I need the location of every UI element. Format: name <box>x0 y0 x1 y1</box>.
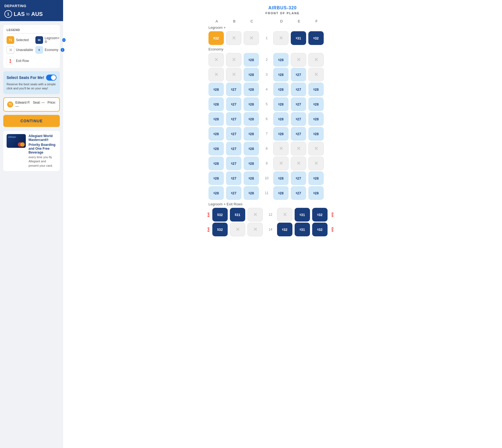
seat-11D[interactable]: $28 <box>273 186 289 200</box>
seat-3F: ✕ <box>308 68 324 81</box>
seat-2D[interactable]: $28 <box>273 53 289 67</box>
seat-5E[interactable]: $27 <box>291 97 306 111</box>
seat-row-4: $28 $27 $28 4 $28 $27 $28 <box>206 83 359 96</box>
select-seats-title: Select Seats For Me! <box>7 75 44 80</box>
seat-8C[interactable]: $28 <box>244 142 259 155</box>
seat-8A[interactable]: $28 <box>208 142 224 155</box>
seat-4B[interactable]: $27 <box>226 83 241 96</box>
seat-9B[interactable]: $27 <box>226 157 241 170</box>
seat-2C[interactable]: $28 <box>244 53 259 67</box>
seat-row-2: ✕ ✕ $28 2 $28 ✕ ✕ <box>206 53 359 67</box>
row-num-2: 2 <box>261 58 272 62</box>
col-b: B <box>226 19 242 23</box>
select-seats-desc: Reserve the best seats with a simple cli… <box>7 82 57 91</box>
select-seats-top: Select Seats For Me! <box>7 75 57 81</box>
seat-3C[interactable]: $28 <box>244 68 259 81</box>
col-headers: A B C D E F <box>206 19 359 23</box>
seat-12B[interactable]: $31 <box>230 208 245 222</box>
seat-1E[interactable]: $31 <box>291 31 306 45</box>
route: 1 LAS to AUS <box>4 10 59 18</box>
select-seats-toggle[interactable] <box>46 75 57 81</box>
seat-8B[interactable]: $27 <box>226 142 241 155</box>
seat-9C[interactable]: $28 <box>244 157 259 170</box>
seat-row-6: $28 $27 $28 6 $28 $27 $28 <box>206 112 359 126</box>
seat-12F[interactable]: $32 <box>312 208 328 222</box>
legend-selected: T1 Selected <box>7 36 33 44</box>
row-num-4: 4 <box>261 87 272 91</box>
selected-badge: T1 <box>7 36 14 44</box>
seat-7B[interactable]: $27 <box>226 127 241 141</box>
seat-12E[interactable]: $31 <box>295 208 310 222</box>
seat-7F[interactable]: $28 <box>308 127 324 141</box>
seat-1F[interactable]: $32 <box>308 31 324 45</box>
seat-row-5: $28 $27 $28 5 $28 $27 $28 <box>206 97 359 111</box>
seat-1A[interactable]: $32 <box>208 31 224 45</box>
seat-5A[interactable]: $28 <box>208 97 224 111</box>
seat-5B[interactable]: $27 <box>226 97 241 111</box>
seat-10C[interactable]: $28 <box>244 171 259 185</box>
seat-4A[interactable]: $28 <box>208 83 224 96</box>
seat-10D[interactable]: $28 <box>273 171 289 185</box>
col-c: C <box>244 19 260 23</box>
seat-7A[interactable]: $28 <box>208 127 224 141</box>
seat-14A[interactable]: $32 <box>212 223 228 236</box>
economy-badge: $ <box>35 46 43 54</box>
seat-5F[interactable]: $28 <box>308 97 324 111</box>
seat-10B[interactable]: $27 <box>226 171 241 185</box>
seat-11E[interactable]: $27 <box>291 186 306 200</box>
seat-10F[interactable]: $28 <box>308 171 324 185</box>
seat-4E[interactable]: $27 <box>291 83 306 96</box>
legend-title: LEGEND <box>7 28 57 33</box>
seat-11C[interactable]: $28 <box>244 186 259 200</box>
seat-11B[interactable]: $27 <box>226 186 241 200</box>
seat-3D[interactable]: $28 <box>273 68 289 81</box>
seat-6C[interactable]: $28 <box>244 112 259 126</box>
plane-title: AIRBUS-320 <box>71 5 494 10</box>
seat-14E[interactable]: $31 <box>295 223 310 236</box>
seat-9A[interactable]: $28 <box>208 157 224 170</box>
seat-6F[interactable]: $28 <box>308 112 324 126</box>
seat-6A[interactable]: $28 <box>208 112 224 126</box>
seat-14F[interactable]: $32 <box>312 223 328 236</box>
row-num-3: 3 <box>261 73 272 76</box>
seat-5C[interactable]: $28 <box>244 97 259 111</box>
seat-9E: ✕ <box>291 157 306 170</box>
seat-4C[interactable]: $28 <box>244 83 259 96</box>
seat-7C[interactable]: $28 <box>244 127 259 141</box>
card-image: allways <box>7 134 26 148</box>
passenger-name: Edward P. <box>15 101 30 104</box>
seat-10A[interactable]: $28 <box>208 171 224 185</box>
seat-11A[interactable]: $28 <box>208 186 224 200</box>
right-panel: AIRBUS-320 FRONT OF PLANE A B C D E F Le… <box>63 0 502 448</box>
destination: AUS <box>31 11 43 17</box>
seat-7E[interactable]: $27 <box>291 127 306 141</box>
legroom-label: Legroom+ ® <box>45 36 60 44</box>
seat-3E[interactable]: $27 <box>291 68 306 81</box>
seat-6E[interactable]: $27 <box>291 112 306 126</box>
seat-5D[interactable]: $28 <box>273 97 289 111</box>
continue-button[interactable]: CONTINUE <box>3 115 60 127</box>
seat-4F[interactable]: $28 <box>308 83 324 96</box>
exit-label: Exit Row <box>16 59 29 63</box>
mastercard-circles <box>18 142 25 147</box>
seat-12A[interactable]: $32 <box>212 208 228 222</box>
col-aisle <box>261 19 272 23</box>
exit-badge: Exit <box>7 57 14 65</box>
select-seats-box: Select Seats For Me! Reserve the best se… <box>3 71 60 94</box>
col-d: D <box>273 19 290 23</box>
seat-14B: ✕ <box>230 223 245 236</box>
seat-4D[interactable]: $28 <box>273 83 289 96</box>
mastercard-title: Allegiant World Mastercard® <box>29 134 57 142</box>
row-num-11: 11 <box>261 191 272 195</box>
seat-7D[interactable]: $28 <box>273 127 289 141</box>
seat-11F[interactable]: $28 <box>308 186 324 200</box>
seat-8F: ✕ <box>308 142 324 155</box>
mastercard-promo: Priority Boarding and One Free Beverage <box>29 143 57 154</box>
origin: LAS <box>14 11 25 17</box>
seat-6B[interactable]: $27 <box>226 112 241 126</box>
exit-label-left-14: Exit <box>206 227 211 232</box>
seat-6D[interactable]: $28 <box>273 112 289 126</box>
seat-14D[interactable]: $32 <box>277 223 292 236</box>
departing-label: DEPARTING <box>4 4 59 8</box>
seat-10E[interactable]: $27 <box>291 171 306 185</box>
